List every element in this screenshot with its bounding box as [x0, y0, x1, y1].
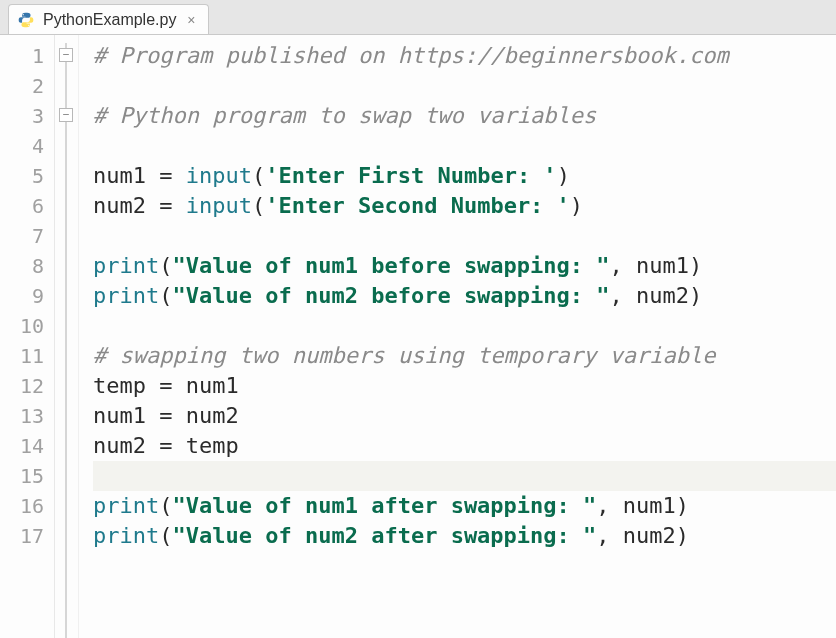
fold-column: −− [55, 35, 79, 638]
code-line[interactable]: # swapping two numbers using temporary v… [93, 341, 836, 371]
code-token: , [596, 491, 623, 521]
code-token: temp [93, 371, 159, 401]
code-token: = [159, 431, 186, 461]
code-line[interactable]: # Program published on https://beginners… [93, 41, 836, 71]
code-token: num2 [93, 431, 159, 461]
code-token: , [596, 521, 623, 551]
fold-toggle[interactable]: − [59, 108, 73, 122]
code-token: ( [252, 161, 265, 191]
code-token: num1 [636, 251, 689, 281]
code-token: # Program published on https://beginners… [93, 41, 729, 71]
code-token: "Value of num2 before swapping: " [172, 281, 609, 311]
code-token: , [610, 281, 637, 311]
code-token: # Python program to swap two variables [93, 101, 596, 131]
line-number: 14 [4, 431, 44, 461]
code-token: ) [689, 281, 702, 311]
code-token: num1 [186, 371, 239, 401]
code-line[interactable] [93, 461, 836, 491]
code-token: print [93, 251, 159, 281]
code-token: num1 [93, 401, 159, 431]
code-token: input [186, 191, 252, 221]
code-line[interactable]: num1 = input('Enter First Number: ') [93, 161, 836, 191]
line-number: 1 [4, 41, 44, 71]
code-editor[interactable]: 1234567891011121314151617 −− # Program p… [0, 35, 836, 638]
line-number: 7 [4, 221, 44, 251]
code-token: "Value of num1 after swapping: " [172, 491, 596, 521]
line-number: 15 [4, 461, 44, 491]
code-line[interactable]: print("Value of num1 before swapping: ",… [93, 251, 836, 281]
code-token: ( [159, 491, 172, 521]
code-token: = [159, 161, 186, 191]
code-token: print [93, 281, 159, 311]
tab-bar: PythonExample.py × [0, 0, 836, 35]
code-token: # swapping two numbers using temporary v… [93, 341, 716, 371]
code-token: ) [676, 491, 689, 521]
code-line[interactable]: print("Value of num2 after swapping: ", … [93, 521, 836, 551]
fold-toggle[interactable]: − [59, 48, 73, 62]
code-line[interactable]: num1 = num2 [93, 401, 836, 431]
code-token: print [93, 521, 159, 551]
code-token: num2 [636, 281, 689, 311]
code-line[interactable]: num2 = temp [93, 431, 836, 461]
code-token: ) [689, 251, 702, 281]
code-token: = [159, 371, 186, 401]
code-line[interactable] [93, 221, 836, 251]
svg-point-0 [23, 13, 24, 14]
code-token: ) [570, 191, 583, 221]
line-number: 11 [4, 341, 44, 371]
line-number: 8 [4, 251, 44, 281]
close-icon[interactable]: × [184, 13, 198, 27]
code-token: ( [159, 251, 172, 281]
code-token: = [159, 401, 186, 431]
line-number: 17 [4, 521, 44, 551]
code-token: print [93, 491, 159, 521]
code-token: 'Enter First Number: ' [265, 161, 556, 191]
code-token: , [610, 251, 637, 281]
code-token: "Value of num1 before swapping: " [172, 251, 609, 281]
code-token: num2 [623, 521, 676, 551]
code-token: input [186, 161, 252, 191]
code-token: ( [159, 281, 172, 311]
line-number-gutter: 1234567891011121314151617 [0, 35, 55, 638]
line-number: 6 [4, 191, 44, 221]
line-number: 13 [4, 401, 44, 431]
svg-point-1 [28, 24, 29, 25]
code-line[interactable] [93, 311, 836, 341]
code-token: num2 [93, 191, 159, 221]
line-number: 4 [4, 131, 44, 161]
file-tab-label: PythonExample.py [43, 11, 176, 29]
line-number: 2 [4, 71, 44, 101]
code-line[interactable] [93, 131, 836, 161]
line-number: 12 [4, 371, 44, 401]
file-tab[interactable]: PythonExample.py × [8, 4, 209, 34]
code-token: = [159, 191, 186, 221]
line-number: 16 [4, 491, 44, 521]
code-line[interactable] [93, 71, 836, 101]
code-token: 'Enter Second Number: ' [265, 191, 570, 221]
line-number: 3 [4, 101, 44, 131]
code-token: temp [186, 431, 239, 461]
python-file-icon [17, 11, 35, 29]
code-token: num2 [186, 401, 239, 431]
code-line[interactable]: print("Value of num2 before swapping: ",… [93, 281, 836, 311]
code-token: num1 [93, 161, 159, 191]
code-line[interactable]: num2 = input('Enter Second Number: ') [93, 191, 836, 221]
code-token: ( [159, 521, 172, 551]
code-token: "Value of num2 after swapping: " [172, 521, 596, 551]
code-token: ) [557, 161, 570, 191]
code-token: num1 [623, 491, 676, 521]
code-line[interactable]: # Python program to swap two variables [93, 101, 836, 131]
line-number: 9 [4, 281, 44, 311]
code-area[interactable]: # Program published on https://beginners… [79, 35, 836, 638]
code-token: ( [252, 191, 265, 221]
code-token: ) [676, 521, 689, 551]
line-number: 10 [4, 311, 44, 341]
code-line[interactable]: temp = num1 [93, 371, 836, 401]
code-line[interactable]: print("Value of num1 after swapping: ", … [93, 491, 836, 521]
line-number: 5 [4, 161, 44, 191]
fold-rail [65, 43, 67, 638]
